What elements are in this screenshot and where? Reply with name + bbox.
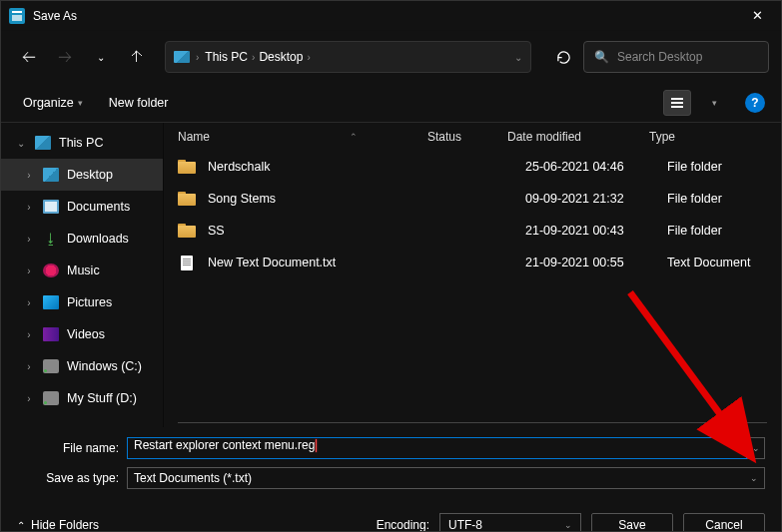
chevron-right-icon: › bbox=[23, 361, 35, 372]
column-name[interactable]: Name ⌃ bbox=[178, 130, 427, 144]
search-input[interactable]: 🔍 Search Desktop bbox=[583, 41, 769, 73]
footer: ⌃ Hide Folders Encoding: UTF-8 ⌄ Save Ca… bbox=[1, 503, 781, 532]
sidebar-item-music[interactable]: › Music bbox=[1, 255, 163, 286]
file-row[interactable]: SS 21-09-2021 00:43 File folder bbox=[164, 215, 781, 247]
drive-icon bbox=[43, 391, 59, 405]
refresh-icon bbox=[556, 50, 571, 65]
save-button[interactable]: Save bbox=[591, 513, 673, 532]
drive-icon bbox=[43, 359, 59, 373]
filename-input[interactable]: Restart explorer context menu.reg bbox=[127, 437, 747, 459]
search-icon: 🔍 bbox=[594, 50, 609, 64]
file-name: Song Stems bbox=[208, 192, 445, 206]
filename-label: File name: bbox=[17, 441, 127, 455]
file-type: File folder bbox=[667, 160, 781, 174]
sidebar-item-label: My Stuff (D:) bbox=[67, 391, 137, 405]
address-bar[interactable]: › This PC › Desktop › ⌄ bbox=[165, 41, 531, 73]
location-icon bbox=[174, 51, 190, 63]
breadcrumb-sep-icon: › bbox=[196, 52, 199, 63]
forward-button[interactable]: 🡢 bbox=[49, 41, 81, 73]
sidebar-item-desktop[interactable]: › Desktop bbox=[1, 159, 163, 191]
file-date: 25-06-2021 04:46 bbox=[525, 160, 667, 174]
file-rows: Nerdschalk 25-06-2021 04:46 File folder … bbox=[164, 151, 781, 422]
details-view-icon bbox=[671, 98, 683, 108]
file-name: Nerdschalk bbox=[208, 160, 445, 174]
text-cursor bbox=[316, 439, 317, 452]
sidebar-item-label: Documents bbox=[67, 200, 130, 214]
search-placeholder: Search Desktop bbox=[617, 50, 702, 64]
chevron-right-icon: › bbox=[23, 234, 35, 245]
sidebar-item-drive-d[interactable]: › My Stuff (D:) bbox=[1, 382, 163, 414]
sidebar-item-label: Downloads bbox=[67, 232, 129, 246]
chevron-right-icon: › bbox=[23, 329, 35, 340]
encoding-label: Encoding: bbox=[377, 518, 429, 532]
chevron-right-icon: › bbox=[252, 52, 255, 63]
desktop-icon bbox=[43, 168, 59, 182]
filename-dropdown[interactable]: ⌄ bbox=[747, 437, 765, 459]
file-date: 21-09-2021 00:55 bbox=[525, 256, 667, 269]
sidebar-item-pictures[interactable]: › Pictures bbox=[1, 286, 163, 318]
help-button[interactable]: ? bbox=[745, 93, 765, 113]
file-name: New Text Document.txt bbox=[208, 256, 445, 269]
sidebar-item-label: Pictures bbox=[67, 295, 112, 309]
savetype-label: Save as type: bbox=[17, 471, 127, 485]
column-date[interactable]: Date modified bbox=[507, 130, 649, 144]
column-type[interactable]: Type bbox=[649, 130, 781, 144]
sidebar-item-this-pc[interactable]: ⌄ This PC bbox=[1, 127, 163, 159]
file-date: 09-09-2021 21:32 bbox=[525, 192, 667, 206]
documents-icon bbox=[43, 200, 59, 214]
chevron-right-icon: › bbox=[23, 393, 35, 404]
file-row[interactable]: Song Stems 09-09-2021 21:32 File folder bbox=[164, 183, 781, 215]
up-button[interactable]: 🡡 bbox=[121, 41, 153, 73]
sidebar-item-documents[interactable]: › Documents bbox=[1, 191, 163, 223]
file-name: SS bbox=[208, 224, 445, 238]
chevron-up-icon: ⌃ bbox=[17, 520, 25, 531]
music-icon bbox=[43, 264, 59, 277]
savetype-combo[interactable]: Text Documents (*.txt) ⌄ bbox=[127, 467, 765, 489]
sidebar-item-videos[interactable]: › Videos bbox=[1, 318, 163, 350]
file-date: 21-09-2021 00:43 bbox=[525, 224, 667, 238]
app-icon bbox=[9, 8, 25, 24]
breadcrumb: This PC › Desktop › bbox=[205, 50, 508, 64]
sidebar-item-drive-c[interactable]: › Windows (C:) bbox=[1, 350, 163, 382]
back-button[interactable]: 🡠 bbox=[13, 41, 45, 73]
hide-folders-button[interactable]: ⌃ Hide Folders bbox=[17, 518, 99, 532]
view-dropdown[interactable]: ▾ bbox=[705, 90, 723, 116]
file-row[interactable]: Nerdschalk 25-06-2021 04:46 File folder bbox=[164, 151, 781, 183]
title-bar: Save As ✕ bbox=[1, 1, 781, 31]
file-type: File folder bbox=[667, 192, 781, 206]
column-status[interactable]: Status bbox=[427, 130, 507, 144]
toolbar: Organize ▾ New folder ▾ ? bbox=[1, 83, 781, 123]
chevron-right-icon: › bbox=[23, 202, 35, 213]
downloads-icon: ⭳ bbox=[43, 232, 59, 246]
breadcrumb-desktop[interactable]: Desktop bbox=[259, 50, 303, 64]
file-row[interactable]: New Text Document.txt 21-09-2021 00:55 T… bbox=[164, 247, 781, 278]
sidebar: ⌄ This PC › Desktop › Documents › ⭳ Down… bbox=[1, 123, 163, 427]
organize-button[interactable]: Organize ▾ bbox=[17, 92, 89, 114]
scrollbar[interactable] bbox=[178, 422, 767, 423]
folder-icon bbox=[178, 224, 196, 238]
new-folder-button[interactable]: New folder bbox=[103, 92, 175, 114]
sidebar-item-label: Music bbox=[67, 264, 100, 277]
sidebar-item-label: Desktop bbox=[67, 168, 113, 182]
chevron-right-icon: › bbox=[23, 170, 35, 181]
history-dropdown[interactable]: ⌄ bbox=[85, 41, 117, 73]
pc-icon bbox=[35, 136, 51, 150]
refresh-button[interactable] bbox=[547, 41, 579, 73]
sidebar-item-label: This PC bbox=[59, 136, 103, 150]
main-area: ⌄ This PC › Desktop › Documents › ⭳ Down… bbox=[1, 123, 781, 427]
column-headers: Name ⌃ Status Date modified Type bbox=[164, 123, 781, 151]
close-button[interactable]: ✕ bbox=[737, 1, 777, 31]
view-options-button[interactable] bbox=[663, 90, 691, 116]
videos-icon bbox=[43, 327, 59, 341]
chevron-down-icon: ▾ bbox=[78, 98, 83, 108]
pictures-icon bbox=[43, 295, 59, 309]
cancel-button[interactable]: Cancel bbox=[683, 513, 765, 532]
folder-icon bbox=[178, 160, 196, 174]
sidebar-item-downloads[interactable]: › ⭳ Downloads bbox=[1, 223, 163, 255]
breadcrumb-this-pc[interactable]: This PC bbox=[205, 50, 248, 64]
address-dropdown[interactable]: ⌄ bbox=[514, 52, 522, 63]
window-title: Save As bbox=[33, 9, 737, 23]
encoding-combo[interactable]: UTF-8 ⌄ bbox=[439, 513, 581, 532]
sidebar-item-label: Windows (C:) bbox=[67, 359, 142, 373]
file-type: File folder bbox=[667, 224, 781, 238]
